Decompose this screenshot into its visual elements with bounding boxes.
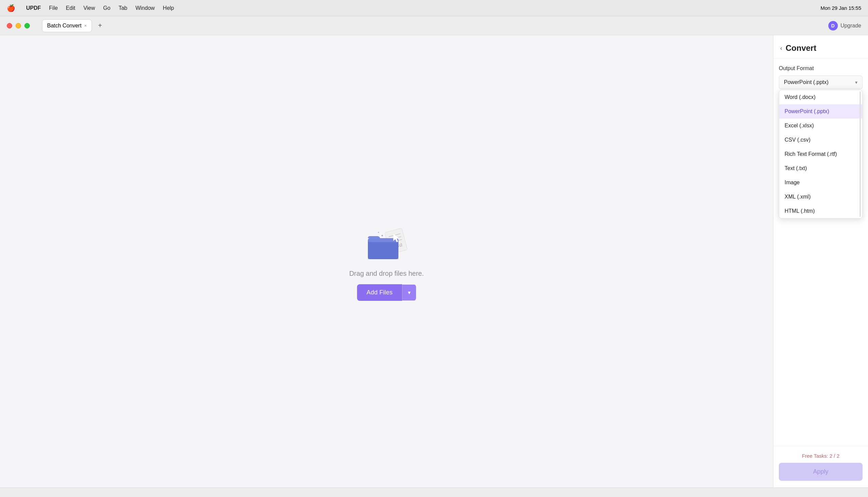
add-files-dropdown-button[interactable]: ▾: [402, 285, 416, 300]
menubar: 🍎 UPDF File Edit View Go Tab Window Help…: [0, 0, 868, 16]
dropdown-item-rtf[interactable]: Rich Text Format (.rtf): [779, 147, 862, 161]
dropdown-item-excel[interactable]: Excel (.xlsx): [779, 118, 862, 133]
svg-text:✦: ✦: [381, 234, 384, 238]
menu-file[interactable]: File: [49, 5, 58, 11]
close-button[interactable]: [7, 23, 12, 28]
traffic-lights: [7, 23, 30, 28]
tab-add-button[interactable]: +: [95, 20, 106, 31]
statusbar: [0, 487, 868, 497]
dropdown-item-powerpoint[interactable]: PowerPoint (.pptx): [779, 104, 862, 118]
menu-view[interactable]: View: [83, 5, 95, 11]
tab-area: Batch Convert × +: [42, 19, 106, 32]
upgrade-button[interactable]: D Upgrade: [828, 21, 861, 30]
output-format-label: Output Format: [779, 66, 863, 71]
menu-edit[interactable]: Edit: [66, 5, 75, 11]
tab-title: Batch Convert: [47, 23, 81, 29]
svg-text:✦: ✦: [377, 231, 380, 234]
dropdown-item-html[interactable]: HTML (.htm): [779, 204, 862, 218]
dropdown-item-xml[interactable]: XML (.xml): [779, 190, 862, 204]
svg-rect-6: [368, 242, 398, 259]
dropdown-item-word[interactable]: Word (.docx): [779, 90, 862, 104]
add-files-button[interactable]: Add Files: [357, 284, 402, 301]
minimize-button[interactable]: [16, 23, 21, 28]
format-dropdown-menu: Word (.docx) PowerPoint (.pptx) Excel (.…: [779, 90, 863, 218]
drop-zone-area[interactable]: fla ✦ ✦: [0, 35, 773, 487]
add-files-container: Add Files ▾: [357, 284, 416, 301]
drop-zone-content: fla ✦ ✦: [349, 222, 424, 301]
menubar-time: Mon 29 Jan 15:55: [821, 5, 861, 11]
menu-window[interactable]: Window: [135, 5, 155, 11]
format-select-container: PowerPoint (.pptx) ▾ Word (.docx) PowerP…: [779, 75, 863, 89]
output-format-section: Output Format PowerPoint (.pptx) ▾ Word …: [773, 59, 868, 96]
dropdown-item-txt[interactable]: Text (.txt): [779, 161, 862, 175]
panel-footer: Free Tasks: 2 / 2 Apply: [773, 446, 868, 487]
menubar-right: Mon 29 Jan 15:55: [821, 5, 861, 11]
selected-format-text: PowerPoint (.pptx): [784, 79, 829, 85]
user-avatar: D: [828, 21, 838, 30]
apply-button[interactable]: Apply: [779, 463, 863, 481]
tab-close-icon[interactable]: ×: [84, 23, 87, 28]
window: Batch Convert × + D Upgrade: [0, 16, 868, 497]
upgrade-label: Upgrade: [841, 23, 861, 29]
menu-go[interactable]: Go: [103, 5, 110, 11]
drop-zone-text: Drag and drop files here.: [349, 270, 424, 278]
folder-illustration: fla ✦ ✦: [363, 222, 410, 263]
app-name[interactable]: UPDF: [26, 5, 41, 11]
batch-convert-tab[interactable]: Batch Convert ×: [42, 19, 92, 32]
panel-title: Convert: [786, 43, 816, 53]
dropdown-item-image[interactable]: Image: [779, 175, 862, 190]
maximize-button[interactable]: [24, 23, 30, 28]
titlebar: Batch Convert × + D Upgrade: [0, 16, 868, 35]
main-content: fla ✦ ✦: [0, 35, 868, 487]
panel-header: ‹ Convert: [773, 35, 868, 59]
apple-menu-icon[interactable]: 🍎: [7, 4, 15, 12]
right-panel: ‹ Convert Output Format PowerPoint (.ppt…: [773, 35, 868, 487]
free-tasks-text: Free Tasks: 2 / 2: [802, 453, 840, 459]
chevron-down-icon: ▾: [855, 80, 857, 85]
format-select-trigger[interactable]: PowerPoint (.pptx) ▾: [779, 75, 863, 89]
panel-back-icon[interactable]: ‹: [780, 45, 782, 52]
menu-tab[interactable]: Tab: [119, 5, 127, 11]
dropdown-item-csv[interactable]: CSV (.csv): [779, 133, 862, 147]
menu-help[interactable]: Help: [163, 5, 174, 11]
